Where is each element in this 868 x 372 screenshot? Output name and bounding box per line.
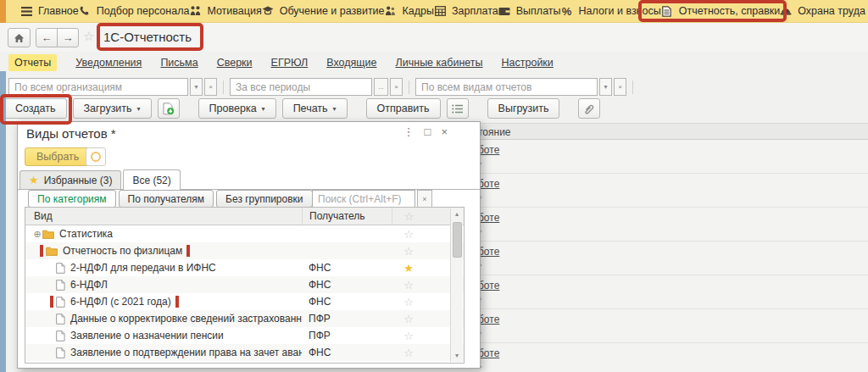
state-link[interactable]: боте <box>478 212 499 224</box>
table-row[interactable]: 6-НДФЛ ФНС ☆ <box>25 276 464 293</box>
group-by-recipient-button[interactable]: По получателям <box>119 190 214 208</box>
scrollbar[interactable]: ▴ ▾ <box>450 208 463 362</box>
clear-icon[interactable]: × <box>204 78 217 96</box>
table-row[interactable]: 2-НДФЛ для передачи в ИФНС ФНС ★ <box>25 259 464 276</box>
menu-item-recruiting[interactable]: Подбор персонала <box>79 5 190 17</box>
tab-notifications[interactable]: Уведомления <box>75 57 142 69</box>
star-icon[interactable]: ☆ <box>392 347 426 359</box>
state-link[interactable]: боте <box>478 280 499 291</box>
star-icon[interactable]: ☆ <box>392 279 426 291</box>
chevron-down-icon[interactable]: ▾ <box>190 78 203 96</box>
print-button[interactable]: Печать ▾ <box>282 98 348 119</box>
report-row[interactable]: боте › <box>471 208 868 242</box>
menu-item-safety[interactable]: Охрана труда <box>780 5 865 17</box>
menu-item-staff[interactable]: Кадры <box>385 5 434 17</box>
maximize-icon[interactable]: □ <box>425 125 431 138</box>
state-link[interactable]: боте <box>478 314 499 325</box>
search-input[interactable] <box>312 190 415 208</box>
tab-settings[interactable]: Настройки <box>502 57 554 69</box>
home-button[interactable] <box>8 28 31 47</box>
state-link[interactable]: боте <box>478 347 499 359</box>
hamburger-icon <box>20 5 32 17</box>
info-button[interactable] <box>86 147 106 166</box>
export-button[interactable]: Выгрузить <box>487 98 560 119</box>
state-link[interactable]: боте <box>478 246 499 258</box>
menu-item-salary[interactable]: Зарплата <box>434 5 498 17</box>
button-label: Выгрузить <box>498 103 549 114</box>
folder-icon <box>42 230 54 239</box>
tab-incoming[interactable]: Входящие <box>326 57 376 69</box>
star-icon[interactable]: ☆ <box>392 313 426 325</box>
send-button[interactable]: Отправить <box>366 98 441 119</box>
tab-all[interactable]: Все (52) <box>123 169 180 190</box>
chevron-down-icon[interactable]: ▾ <box>599 78 612 96</box>
report-row[interactable]: боте › <box>471 343 868 372</box>
menu-item-education[interactable]: Обучение и развитие <box>262 5 385 17</box>
clear-icon[interactable]: × <box>417 190 432 208</box>
star-icon[interactable]: ☆ <box>392 245 426 258</box>
period-filter-input[interactable] <box>230 78 372 96</box>
no-grouping-button[interactable]: Без группировки <box>216 190 312 208</box>
menu-item-payments[interactable]: Выплаты <box>498 5 561 17</box>
attachment-button[interactable] <box>578 98 600 119</box>
tab-reconciliation[interactable]: Сверки <box>217 57 253 69</box>
expand-icon[interactable]: ⊕ <box>32 229 42 240</box>
tab-personal-accounts[interactable]: Личные кабинеты <box>396 57 483 69</box>
table-row[interactable]: Заявление о подтверждении права на зачет… <box>25 344 464 361</box>
tab-letters[interactable]: Письма <box>160 57 198 69</box>
menu-item-taxes[interactable]: % Налоги и взносы <box>561 5 661 17</box>
back-button[interactable]: ← <box>36 28 58 47</box>
report-row[interactable]: боте › <box>471 140 868 174</box>
table-row[interactable]: Заявление о назначении пенсии ПФР ☆ <box>25 327 464 344</box>
report-kind-filter-input[interactable] <box>415 78 598 96</box>
button-label: Создать <box>15 103 56 114</box>
tab-reports[interactable]: Отчеты <box>8 54 57 71</box>
table-row[interactable]: 6-НДФЛ (с 2021 года) ФНС ☆ <box>25 293 464 310</box>
load-from-file-button[interactable] <box>158 98 180 119</box>
table-row[interactable]: Данные о корректировке сведений застрахо… <box>25 310 464 327</box>
close-icon[interactable]: × <box>441 125 448 138</box>
scroll-down-icon[interactable]: ▾ <box>455 350 459 362</box>
column-header-recipient: Получатель <box>302 208 392 225</box>
menu-label: Налоги и взносы <box>579 5 661 17</box>
menu-item-reporting[interactable]: Отчетность, справки <box>661 5 781 17</box>
info-circle-icon <box>91 152 101 162</box>
kebab-menu-icon[interactable]: ⋮ <box>403 125 415 138</box>
report-row[interactable]: боте › <box>471 309 868 343</box>
chevron-icon: › <box>479 191 868 203</box>
arrow-left-icon: ← <box>42 31 53 44</box>
favorite-star-icon[interactable]: ☆ <box>83 29 94 44</box>
tab-egrul[interactable]: ЕГРЮЛ <box>271 57 309 69</box>
arrow-right-icon: → <box>63 31 74 44</box>
send-list-button[interactable] <box>447 98 469 119</box>
report-row[interactable]: боте › <box>471 242 868 275</box>
clear-icon[interactable]: × <box>390 78 403 96</box>
report-row[interactable]: боте › <box>471 275 868 309</box>
scroll-up-icon[interactable]: ▴ <box>455 208 459 220</box>
menu-item-motivation[interactable]: Мотивация <box>189 5 261 17</box>
scrollbar-thumb[interactable] <box>453 222 462 258</box>
table-row[interactable]: ⊕ Статистика ☆ <box>25 225 464 242</box>
select-button[interactable]: Выбрать <box>25 147 91 166</box>
star-icon[interactable]: ☆ <box>392 330 426 342</box>
menu-item-main[interactable]: Главное <box>20 5 79 17</box>
menu-label: Мотивация <box>207 5 261 17</box>
table-row[interactable]: Отчетность по физлицам ☆ <box>25 242 464 259</box>
report-row[interactable]: боте › <box>471 174 868 208</box>
clear-icon[interactable]: × <box>614 78 626 96</box>
create-button[interactable]: Создать <box>4 98 67 119</box>
group-by-category-button[interactable]: По категориям <box>28 190 116 208</box>
chevron-icon: › <box>479 360 868 372</box>
forward-button[interactable]: → <box>57 28 79 47</box>
tab-favorites[interactable]: ★ Избранные (3) <box>19 170 121 189</box>
period-range-button[interactable]: ... <box>374 78 388 96</box>
star-icon[interactable]: ☆ <box>392 228 426 241</box>
state-link[interactable]: боте <box>478 144 499 156</box>
star-icon[interactable]: ☆ <box>392 296 426 308</box>
check-button[interactable]: Проверка ▾ <box>198 98 276 119</box>
row-label: Статистика <box>59 228 113 240</box>
state-link[interactable]: боте <box>478 178 499 190</box>
organization-filter-input[interactable] <box>8 78 188 96</box>
load-button[interactable]: Загрузить ▾ <box>73 98 152 119</box>
star-icon[interactable]: ★ <box>392 262 426 275</box>
